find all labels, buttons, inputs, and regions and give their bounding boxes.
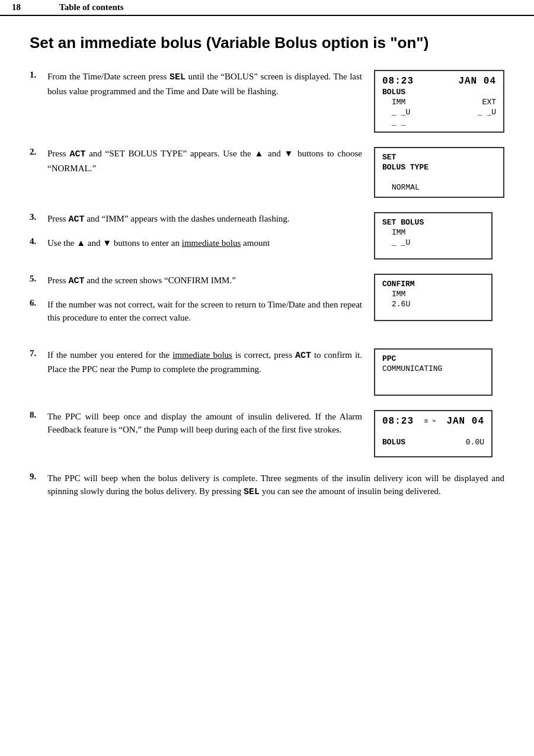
lcd-time: 08:23 <box>382 76 414 87</box>
step-8-number: 8. <box>30 410 47 437</box>
lcd-ext: EXT <box>482 98 496 107</box>
step-5-number: 5. <box>30 274 47 289</box>
lcd-result-spacer <box>382 428 484 437</box>
lcd-result-time: 08:23 <box>382 416 414 427</box>
lcd-imm-ext-row: IMM EXT <box>382 98 496 107</box>
lcd-setbolus-label: SET BOLUS <box>382 218 424 227</box>
step-5-text: Press ACT and the screen shows “CONFIRM … <box>47 274 236 289</box>
lcd-bolus-type-line: BOLUS TYPE <box>382 163 496 172</box>
step-34-lcd: SET BOLUS IMM _ _U <box>374 212 504 260</box>
lcd-confirm-label: CONFIRM <box>382 280 415 289</box>
lcd-result-bolus-value: 0.0U <box>466 438 484 447</box>
step-7-text-area: 7. If the number you entered for the imm… <box>30 348 374 376</box>
lcd-bolus-label-row: BOLUS <box>382 88 496 97</box>
step-8-text: The PPC will beep once and display the a… <box>47 410 362 437</box>
lcd-confirm-line1: CONFIRM <box>382 280 484 289</box>
lcd-normal-spacer <box>382 173 496 182</box>
lcd-ppc-line1: PPC <box>382 354 484 363</box>
lcd-confirm-imm: IMM <box>382 290 484 299</box>
step-2-text-area: 2. Press ACT and “SET BOLUS TYPE” appear… <box>30 147 374 175</box>
step-2-group: 2. Press ACT and “SET BOLUS TYPE” appear… <box>30 147 504 198</box>
lcd-result-top-row: 08:23 ≡ ≈ JAN 04 <box>382 416 484 427</box>
step-2: 2. Press ACT and “SET BOLUS TYPE” appear… <box>30 147 362 175</box>
lcd-ppc-communicating: COMMUNICATING <box>382 364 484 373</box>
step-2-number: 2. <box>30 147 47 175</box>
lcd-normal-value: NORMAL <box>382 183 420 192</box>
page-number: 18 <box>12 2 36 12</box>
lcd-set-label: SET <box>382 153 396 162</box>
lcd-result-bolus-row: BOLUS 0.0U <box>382 438 484 447</box>
lcd-confirm-imm-text: IMM <box>382 290 405 299</box>
step-3-text: Press ACT and “IMM” appears with the das… <box>47 212 290 227</box>
lcd-date: JAN 04 <box>458 76 496 87</box>
lcd-top-row: 08:23 JAN 04 <box>382 76 496 87</box>
step-1-text: From the Time/Date screen press SEL unti… <box>47 70 362 98</box>
step-4: 4. Use the ▲ and ▼ buttons to enter an i… <box>30 236 362 250</box>
step-9-group: 9. The PPC will beep when the bolus deli… <box>30 472 504 499</box>
step-8: 8. The PPC will beep once and display th… <box>30 410 362 437</box>
step-9: 9. The PPC will beep when the bolus deli… <box>30 472 504 499</box>
lcd-confirm: CONFIRM IMM 2.6U <box>374 274 493 321</box>
step-9-number: 9. <box>30 472 47 499</box>
lcd-bolus-type-label: BOLUS TYPE <box>382 163 429 172</box>
step-3-number: 3. <box>30 212 47 227</box>
step-1: 1. From the Time/Date screen press SEL u… <box>30 70 362 98</box>
lcd-imm: IMM <box>382 98 405 107</box>
lcd-confirm-amount: 2.6U <box>382 300 410 309</box>
step-34-text-area: 3. Press ACT and “IMM” appears with the … <box>30 212 374 259</box>
step-6-text: If the number was not correct, wait for … <box>47 298 362 325</box>
lcd-imm-val: _ _U <box>382 108 410 117</box>
step-1-number: 1. <box>30 70 47 98</box>
step-8-group: 8. The PPC will beep once and display th… <box>30 410 504 457</box>
step-8-text-area: 8. The PPC will beep once and display th… <box>30 410 374 437</box>
step-7-text: If the number you entered for the immedi… <box>47 348 362 376</box>
step-7-group: 7. If the number you entered for the imm… <box>30 348 504 396</box>
lcd-confirm-value: 2.6U <box>382 300 484 309</box>
lcd-set-bolus: SET BOLUS IMM _ _U <box>374 212 493 260</box>
step-7-lcd: PPC COMMUNICATING <box>374 348 504 396</box>
step-34-group: 3. Press ACT and “IMM” appears with the … <box>30 212 504 260</box>
lcd-bolus-dashes: _ _U <box>382 238 410 247</box>
step-1-group: 1. From the Time/Date screen press SEL u… <box>30 70 504 133</box>
step-3: 3. Press ACT and “IMM” appears with the … <box>30 212 362 227</box>
step-9-text: The PPC will beep when the bolus deliver… <box>47 472 504 499</box>
step-6: 6. If the number was not correct, wait f… <box>30 298 362 325</box>
step-9-full: 9. The PPC will beep when the bolus deli… <box>30 472 504 499</box>
step-2-lcd: SET BOLUS TYPE NORMAL <box>374 147 504 198</box>
lcd-set-bolus-type: SET BOLUS TYPE NORMAL <box>374 147 504 198</box>
lcd-setbolus-line1: SET BOLUS <box>382 218 484 227</box>
step-56-lcd: CONFIRM IMM 2.6U <box>374 274 504 321</box>
lcd-bottom-val: _ _ <box>382 118 405 127</box>
step-1-text-area: 1. From the Time/Date screen press SEL u… <box>30 70 374 98</box>
lcd-result-bolus-label: BOLUS <box>382 438 405 447</box>
step-4-text: Use the ▲ and ▼ buttons to enter an imme… <box>47 236 270 250</box>
header-title: Table of contents <box>59 2 124 12</box>
step-2-text: Press ACT and “SET BOLUS TYPE” appears. … <box>47 147 362 175</box>
lcd-setbolus-dashes: _ _U <box>382 238 484 247</box>
step-7: 7. If the number you entered for the imm… <box>30 348 362 376</box>
step-7-number: 7. <box>30 348 47 376</box>
lcd-communicating-text: COMMUNICATING <box>382 364 442 373</box>
lcd-ppc-label: PPC <box>382 354 396 363</box>
lcd-imm-text: IMM <box>382 228 405 237</box>
lcd-setbolus-imm: IMM <box>382 228 484 237</box>
page-header: 18 Table of contents <box>0 0 534 16</box>
lcd-set-line: SET <box>382 153 496 162</box>
lcd-ppc: PPC COMMUNICATING <box>374 348 493 396</box>
step-56-group: 5. Press ACT and the screen shows “CONFI… <box>30 274 504 334</box>
lcd-bolus-main: 08:23 JAN 04 BOLUS IMM EXT _ _U _ _U _ _ <box>374 70 504 133</box>
lcd-dashes-row: _ _U _ _U <box>382 108 496 117</box>
lcd-ext-val: _ _U <box>478 108 496 117</box>
step-56-text-area: 5. Press ACT and the screen shows “CONFI… <box>30 274 374 334</box>
step-4-number: 4. <box>30 236 47 250</box>
main-content: Set an immediate bolus (Variable Bolus o… <box>0 16 534 531</box>
step-1-lcd: 08:23 JAN 04 BOLUS IMM EXT _ _U _ _U _ _ <box>374 70 504 133</box>
step-8-lcd: 08:23 ≡ ≈ JAN 04 BOLUS 0.0U <box>374 410 504 457</box>
section-heading: Set an immediate bolus (Variable Bolus o… <box>30 34 504 52</box>
lcd-bottom-dashes: _ _ <box>382 118 496 127</box>
lcd-result-icons: ≡ ≈ <box>424 418 436 425</box>
lcd-result-date: JAN 04 <box>446 416 484 427</box>
lcd-bolus-label: BOLUS <box>382 88 405 97</box>
lcd-bolus-result: 08:23 ≡ ≈ JAN 04 BOLUS 0.0U <box>374 410 493 457</box>
step-5: 5. Press ACT and the screen shows “CONFI… <box>30 274 362 289</box>
